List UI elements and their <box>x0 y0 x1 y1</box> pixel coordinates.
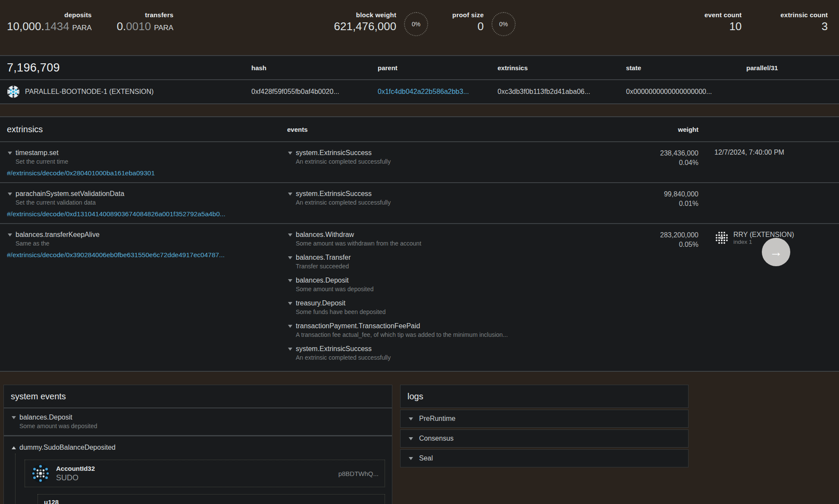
block-explorer-page: deposits 10,000.1434PARA transfers 0.001… <box>0 0 839 504</box>
event-expander[interactable]: system.ExtrinsicSuccess An extrinsic com… <box>287 190 625 206</box>
event-name: balances.Deposit <box>296 276 374 285</box>
account-identicon[interactable] <box>31 464 50 483</box>
event-expander[interactable]: balances.Transfer Transfer succeeded <box>287 253 625 270</box>
event-desc: Transfer succeeded <box>296 262 351 270</box>
event-name: dummy.SudoBalanceDeposited <box>19 443 116 452</box>
chevron-down-icon[interactable] <box>288 348 292 351</box>
weight-percent: 0.01% <box>625 199 698 208</box>
weight-value: 283,200,000 <box>625 230 698 240</box>
event-expander[interactable]: system.ExtrinsicSuccess An extrinsic com… <box>287 345 625 361</box>
chevron-down-icon[interactable] <box>409 417 413 420</box>
summary-extrinsic-count: extrinsic count 3 <box>780 11 828 33</box>
weight-cell: 99,840,000 0.01% <box>625 183 698 223</box>
event-expander[interactable]: system.ExtrinsicSuccess An extrinsic com… <box>287 149 625 165</box>
events-cell: balances.Withdraw Some amount was withdr… <box>287 224 625 371</box>
chevron-up-icon[interactable] <box>12 446 16 449</box>
events-cell: system.ExtrinsicSuccess An extrinsic com… <box>287 183 625 223</box>
logs-header: logs <box>400 385 689 408</box>
log-label: Seal <box>419 454 433 462</box>
block-data-row: PARALLEL-BOOTNODE-1 (EXTENSION) 0xf428f5… <box>0 80 839 103</box>
weight-cell: 283,200,000 0.05% <box>625 224 698 371</box>
log-row-seal[interactable]: Seal <box>400 449 689 467</box>
proof-size-gauge-icon: 0% <box>492 12 516 36</box>
chevron-down-icon[interactable] <box>288 325 292 328</box>
extrinsic-decode-link[interactable]: #/extrinsics/decode/0x280401000ba161eba0… <box>7 169 155 177</box>
chevron-down-icon[interactable] <box>8 152 12 155</box>
event-count-value: 10 <box>704 20 742 33</box>
block-extrinsics-root: 0xc3db3f0b113fb2d41aba06... <box>498 88 626 96</box>
chevron-down-icon[interactable] <box>8 193 12 196</box>
event-desc: An extrinsic completed successfully <box>296 354 391 361</box>
event-params: AccountId32 SUDO p8BDTWhQ... u128 10,000… <box>4 455 392 504</box>
proof-size-value: 0 <box>452 20 484 33</box>
weight-column-header: weight <box>625 126 698 133</box>
log-label: PreRuntime <box>419 415 455 423</box>
extrinsic-desc: Set the current time <box>16 158 68 165</box>
log-label: Consensus <box>419 435 454 442</box>
chevron-down-icon[interactable] <box>288 193 292 196</box>
transfers-value: 0.0010PARA <box>117 20 174 34</box>
signer-identicon[interactable] <box>714 230 729 245</box>
extrinsics-header-row: extrinsics events weight <box>0 117 839 142</box>
extrinsic-expander[interactable]: parachainSystem.setValidationData Set th… <box>7 190 279 206</box>
chevron-down-icon[interactable] <box>8 233 12 236</box>
weight-value: 238,436,000 <box>625 149 698 158</box>
extrinsic-cell: balances.transferKeepAlive Same as the #… <box>0 224 287 371</box>
next-button[interactable]: → <box>762 238 790 266</box>
event-name: balances.Transfer <box>296 253 351 262</box>
chevron-down-icon[interactable] <box>409 437 413 440</box>
log-row-preruntime[interactable]: PreRuntime <box>400 410 689 428</box>
chevron-down-icon[interactable] <box>288 233 292 236</box>
extrinsic-cell: parachainSystem.setValidationData Set th… <box>0 183 287 223</box>
extrinsic-count-value: 3 <box>780 20 828 33</box>
proof-size-label: proof size <box>452 11 484 19</box>
extrinsic-decode-link[interactable]: #/extrinsics/decode/0xd13104140089036740… <box>7 210 225 218</box>
block-author: PARALLEL-BOOTNODE-1 (EXTENSION) <box>0 85 251 98</box>
extrinsic-desc: Set the current validation data <box>16 199 124 206</box>
extrinsics-panel: extrinsics events weight timestamp.set S… <box>0 116 839 372</box>
extrinsic-name: balances.transferKeepAlive <box>16 230 100 239</box>
author-identicon[interactable] <box>7 85 20 98</box>
event-count-label: event count <box>704 11 742 19</box>
transfers-unit: PARA <box>154 24 173 32</box>
log-row-consensus[interactable]: Consensus <box>400 429 689 448</box>
transfers-label: transfers <box>117 11 174 19</box>
chevron-down-icon[interactable] <box>288 279 292 282</box>
event-name: system.ExtrinsicSuccess <box>296 149 391 157</box>
block-header-row: 7,196,709 hash parent extrinsics state p… <box>0 56 839 80</box>
event-desc: Some amount was deposited <box>296 285 374 293</box>
summary-bar: deposits 10,000.1434PARA transfers 0.001… <box>0 0 839 55</box>
event-desc: Some amount was withdrawn from the accou… <box>296 240 421 247</box>
chevron-down-icon[interactable] <box>409 457 413 460</box>
param-account-address: p8BDTWhQ... <box>338 470 379 477</box>
param-account-name: SUDO <box>56 473 95 482</box>
system-event-expander[interactable]: dummy.SudoBalanceDeposited <box>4 436 392 455</box>
event-expander[interactable]: balances.Deposit Some amount was deposit… <box>287 276 625 293</box>
event-expander[interactable]: treasury.Deposit Some funds have been de… <box>287 299 625 316</box>
block-state-root: 0x0000000000000000000... <box>626 88 746 96</box>
events-cell: system.ExtrinsicSuccess An extrinsic com… <box>287 142 625 182</box>
block-parent-link[interactable]: 0x1fc4db042a22b586a2bb3... <box>378 88 469 95</box>
deposits-int: 10,000. <box>7 20 44 33</box>
event-expander[interactable]: balances.Withdraw Some amount was withdr… <box>287 230 625 247</box>
block-weight-gauge-icon: 0% <box>404 12 428 36</box>
extrinsic-decode-link[interactable]: #/extrinsics/decode/0x390284006eb0fbe631… <box>7 251 225 259</box>
chevron-down-icon[interactable] <box>288 152 292 155</box>
block-number: 7,196,709 <box>0 61 251 75</box>
extrinsic-expander[interactable]: balances.transferKeepAlive Same as the <box>7 230 279 247</box>
chevron-down-icon[interactable] <box>12 416 16 419</box>
chevron-down-icon[interactable] <box>288 302 292 305</box>
extrinsic-row: parachainSystem.setValidationData Set th… <box>0 183 839 224</box>
event-desc: Some amount was deposited <box>19 422 97 430</box>
param-type: AccountId32 <box>56 465 95 472</box>
deposits-unit: PARA <box>72 24 92 32</box>
extrinsic-expander[interactable]: timestamp.set Set the current time <box>7 149 279 165</box>
logs-panel: logs PreRuntime Consensus Seal <box>400 385 689 467</box>
event-name: balances.Withdraw <box>296 230 421 239</box>
chevron-down-icon[interactable] <box>288 256 292 259</box>
event-expander[interactable]: transactionPayment.TransactionFeePaid A … <box>287 322 625 339</box>
block-summary-panel: 7,196,709 hash parent extrinsics state p… <box>0 55 839 104</box>
block-timestamp: 12/7/2024, 7:40:00 PM <box>714 149 784 156</box>
system-event-row[interactable]: balances.Deposit Some amount was deposit… <box>4 408 392 436</box>
extrinsic-cell: timestamp.set Set the current time #/ext… <box>0 142 287 182</box>
